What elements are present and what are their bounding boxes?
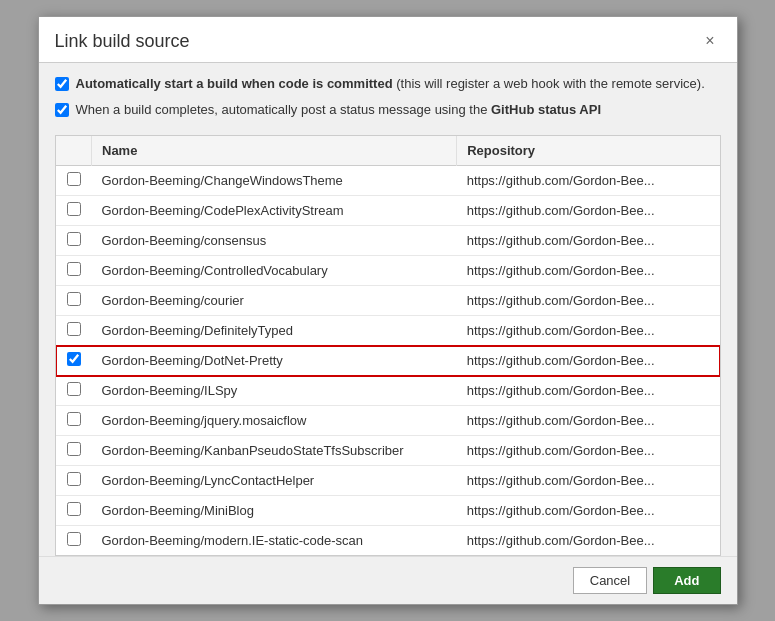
dialog-body: Automatically start a build when code is… (39, 63, 737, 556)
row-check-cell (56, 346, 92, 376)
row-check-cell (56, 466, 92, 496)
row-repository: https://github.com/Gordon-Bee... (457, 376, 720, 406)
repository-table: Name Repository Gordon-Beeming/ChangeWin… (56, 136, 720, 555)
row-name: Gordon-Beeming/jquery.mosaicflow (92, 406, 457, 436)
row-check-cell (56, 166, 92, 196)
table-row[interactable]: Gordon-Beeming/DotNet-Prettyhttps://gith… (56, 346, 720, 376)
link-build-source-dialog: Link build source × Automatically start … (38, 16, 738, 605)
row-check-cell (56, 286, 92, 316)
row-name: Gordon-Beeming/ControlledVocabulary (92, 256, 457, 286)
row-repository: https://github.com/Gordon-Bee... (457, 406, 720, 436)
row-checkbox[interactable] (67, 322, 81, 336)
row-checkbox[interactable] (67, 502, 81, 516)
status-message-checkbox[interactable] (55, 103, 69, 117)
row-check-cell (56, 496, 92, 526)
row-name: Gordon-Beeming/modern.IE-static-code-sca… (92, 526, 457, 556)
row-name: Gordon-Beeming/MiniBlog (92, 496, 457, 526)
dialog-footer: Cancel Add (39, 556, 737, 604)
table-row[interactable]: Gordon-Beeming/jquery.mosaicflowhttps://… (56, 406, 720, 436)
row-check-cell (56, 406, 92, 436)
row-check-cell (56, 526, 92, 556)
table-row[interactable]: Gordon-Beeming/ChangeWindowsThemehttps:/… (56, 166, 720, 196)
dialog-header: Link build source × (39, 17, 737, 63)
row-repository: https://github.com/Gordon-Bee... (457, 466, 720, 496)
col-header-repository: Repository (457, 136, 720, 166)
row-name: Gordon-Beeming/DefinitelyTyped (92, 316, 457, 346)
table-row[interactable]: Gordon-Beeming/KanbanPseudoStateTfsSubsc… (56, 436, 720, 466)
row-repository: https://github.com/Gordon-Bee... (457, 526, 720, 556)
row-check-cell (56, 196, 92, 226)
row-repository: https://github.com/Gordon-Bee... (457, 256, 720, 286)
row-check-cell (56, 436, 92, 466)
col-header-check (56, 136, 92, 166)
table-row[interactable]: Gordon-Beeming/courierhttps://github.com… (56, 286, 720, 316)
table-row[interactable]: Gordon-Beeming/CodePlexActivityStreamhtt… (56, 196, 720, 226)
row-name: Gordon-Beeming/LyncContactHelper (92, 466, 457, 496)
row-repository: https://github.com/Gordon-Bee... (457, 496, 720, 526)
row-checkbox[interactable] (67, 352, 81, 366)
row-checkbox[interactable] (67, 292, 81, 306)
table-row[interactable]: Gordon-Beeming/modern.IE-static-code-sca… (56, 526, 720, 556)
row-repository: https://github.com/Gordon-Bee... (457, 196, 720, 226)
status-message-label: When a build completes, automatically po… (76, 101, 602, 119)
row-repository: https://github.com/Gordon-Bee... (457, 436, 720, 466)
row-checkbox[interactable] (67, 202, 81, 216)
row-check-cell (56, 256, 92, 286)
row-checkbox[interactable] (67, 532, 81, 546)
row-name: Gordon-Beeming/ILSpy (92, 376, 457, 406)
table-row[interactable]: Gordon-Beeming/ControlledVocabularyhttps… (56, 256, 720, 286)
row-name: Gordon-Beeming/DotNet-Pretty (92, 346, 457, 376)
row-repository: https://github.com/Gordon-Bee... (457, 346, 720, 376)
auto-start-option: Automatically start a build when code is… (55, 75, 721, 93)
row-checkbox[interactable] (67, 382, 81, 396)
row-repository: https://github.com/Gordon-Bee... (457, 286, 720, 316)
table-header-row: Name Repository (56, 136, 720, 166)
add-button[interactable]: Add (653, 567, 720, 594)
row-checkbox[interactable] (67, 172, 81, 186)
row-name: Gordon-Beeming/KanbanPseudoStateTfsSubsc… (92, 436, 457, 466)
auto-start-checkbox[interactable] (55, 77, 69, 91)
row-repository: https://github.com/Gordon-Bee... (457, 316, 720, 346)
table-row[interactable]: Gordon-Beeming/ILSpyhttps://github.com/G… (56, 376, 720, 406)
row-repository: https://github.com/Gordon-Bee... (457, 226, 720, 256)
table-row[interactable]: Gordon-Beeming/consensushttps://github.c… (56, 226, 720, 256)
row-checkbox[interactable] (67, 262, 81, 276)
col-header-name: Name (92, 136, 457, 166)
close-button[interactable]: × (699, 31, 720, 51)
auto-start-label: Automatically start a build when code is… (76, 75, 705, 93)
row-repository: https://github.com/Gordon-Bee... (457, 166, 720, 196)
row-checkbox[interactable] (67, 412, 81, 426)
row-checkbox[interactable] (67, 442, 81, 456)
row-name: Gordon-Beeming/consensus (92, 226, 457, 256)
status-message-option: When a build completes, automatically po… (55, 101, 721, 119)
row-name: Gordon-Beeming/courier (92, 286, 457, 316)
dialog-title: Link build source (55, 31, 190, 52)
row-checkbox[interactable] (67, 232, 81, 246)
row-check-cell (56, 316, 92, 346)
row-check-cell (56, 376, 92, 406)
row-checkbox[interactable] (67, 472, 81, 486)
row-name: Gordon-Beeming/CodePlexActivityStream (92, 196, 457, 226)
repository-table-container: Name Repository Gordon-Beeming/ChangeWin… (55, 135, 721, 556)
cancel-button[interactable]: Cancel (573, 567, 647, 594)
row-check-cell (56, 226, 92, 256)
table-row[interactable]: Gordon-Beeming/DefinitelyTypedhttps://gi… (56, 316, 720, 346)
table-row[interactable]: Gordon-Beeming/MiniBloghttps://github.co… (56, 496, 720, 526)
table-row[interactable]: Gordon-Beeming/LyncContactHelperhttps://… (56, 466, 720, 496)
row-name: Gordon-Beeming/ChangeWindowsTheme (92, 166, 457, 196)
